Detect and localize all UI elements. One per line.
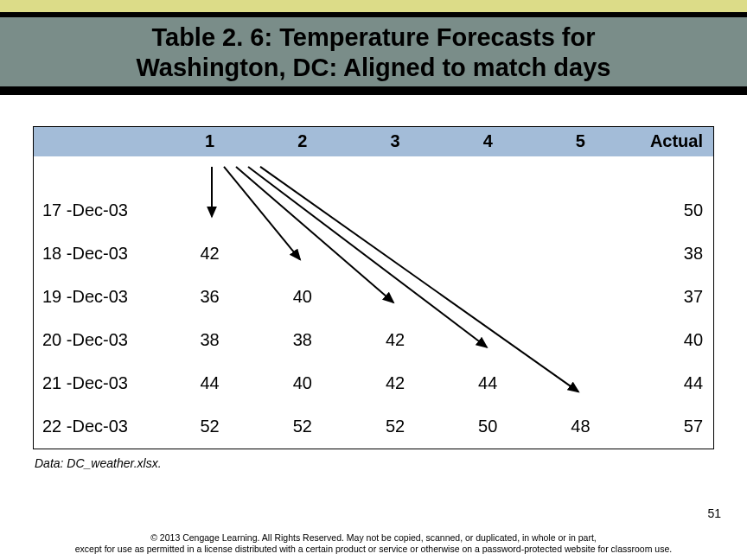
cell-actual: 37	[627, 287, 713, 307]
decorative-yellow-bar	[0, 0, 747, 12]
cell: 38	[256, 330, 348, 350]
header-actual: Actual	[627, 131, 713, 151]
header-col-4: 4	[442, 131, 534, 151]
title-banner: Table 2. 6: Temperature Forecasts for Wa…	[0, 17, 747, 86]
cell-date: 21 -Dec-03	[34, 373, 163, 393]
cell-date: 18 -Dec-03	[34, 244, 163, 264]
cell: 38	[163, 330, 256, 350]
slide-title-line1: Table 2. 6: Temperature Forecasts for	[35, 22, 712, 53]
cell-actual: 40	[627, 330, 713, 350]
table-header-row: 1 2 3 4 5 Actual	[34, 127, 713, 156]
cell: 40	[256, 373, 348, 393]
forecast-table: 1 2 3 4 5 Actual 17 -Dec-03 50 18 -Dec-0…	[33, 126, 714, 449]
table-body: 17 -Dec-03 50 18 -Dec-03 42 38 19 -Dec-0…	[34, 156, 713, 449]
cell-date: 17 -Dec-03	[34, 200, 163, 220]
table-row: 18 -Dec-03 42 38	[34, 232, 713, 276]
table-row: 21 -Dec-03 44 40 42 44 44	[34, 362, 713, 405]
cell: 44	[163, 373, 256, 393]
cell-actual: 57	[627, 417, 713, 436]
header-col-2: 2	[256, 131, 348, 151]
table-row: 19 -Dec-03 36 40 37	[34, 276, 713, 319]
data-source-note: Data: DC_weather.xlsx.	[35, 456, 747, 470]
slide-title-line2: Washington, DC: Aligned to match days	[35, 53, 712, 83]
header-col-1: 1	[163, 131, 256, 151]
slide-number: 51	[707, 506, 721, 520]
cell-actual: 38	[627, 244, 713, 264]
footer-line1: © 2013 Cengage Learning. All Rights Rese…	[0, 532, 747, 544]
cell: 44	[442, 373, 534, 393]
cell-actual: 50	[627, 200, 713, 220]
header-col-5: 5	[534, 131, 627, 151]
decorative-black-bar-lower	[0, 86, 747, 95]
table-row: 22 -Dec-03 52 52 52 50 48 57	[34, 405, 713, 449]
cell-date: 22 -Dec-03	[34, 417, 163, 436]
cell-actual: 44	[627, 373, 713, 393]
cell: 42	[348, 330, 441, 350]
footer-line2: except for use as permitted in a license…	[0, 544, 747, 555]
copyright-footer: © 2013 Cengage Learning. All Rights Rese…	[0, 532, 747, 555]
cell-date: 19 -Dec-03	[34, 287, 163, 307]
table-row: 17 -Dec-03 50	[34, 189, 713, 232]
cell: 40	[256, 287, 348, 307]
cell: 52	[163, 417, 256, 436]
cell: 42	[348, 373, 441, 393]
cell: 52	[348, 417, 441, 436]
header-col-3: 3	[348, 131, 441, 151]
table-row: 20 -Dec-03 38 38 42 40	[34, 319, 713, 362]
cell: 48	[534, 417, 627, 436]
cell: 52	[256, 417, 348, 436]
cell-date: 20 -Dec-03	[34, 330, 163, 350]
cell: 42	[163, 244, 256, 264]
cell: 36	[163, 287, 256, 307]
cell: 50	[442, 417, 534, 436]
